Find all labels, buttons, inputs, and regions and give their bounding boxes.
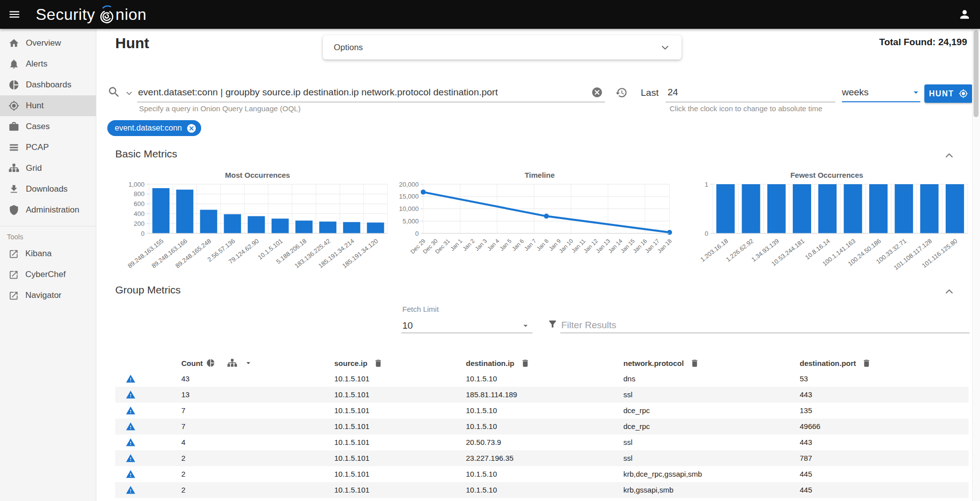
app-logo[interactable]: Security nion: [36, 4, 147, 24]
bar[interactable]: [367, 222, 384, 233]
sidebar-item-administration[interactable]: Administration: [0, 200, 96, 220]
cell-destination-ip[interactable]: 10.1.5.10: [466, 466, 497, 482]
cell-destination-ip[interactable]: 23.227.196.35: [466, 450, 514, 466]
vertical-scrollbar[interactable]: [972, 29, 980, 501]
time-units-select[interactable]: weeks: [842, 84, 921, 100]
data-point[interactable]: [421, 190, 426, 195]
remove-column-icon[interactable]: [374, 358, 383, 368]
data-point[interactable]: [667, 230, 672, 235]
alert-triangle-icon[interactable]: [126, 437, 136, 447]
cell-destination-port[interactable]: 53: [800, 371, 808, 387]
alert-triangle-icon[interactable]: [126, 374, 136, 384]
bar[interactable]: [296, 220, 313, 233]
bar[interactable]: [343, 222, 361, 233]
cell-source-ip[interactable]: 10.1.5.101: [334, 466, 370, 482]
remove-column-icon[interactable]: [862, 358, 871, 368]
cell-destination-port[interactable]: 135: [800, 403, 812, 419]
groupby-menu-caret-icon[interactable]: [244, 358, 253, 367]
cell-destination-ip[interactable]: 10.1.5.10: [466, 371, 497, 387]
sidebar-item-pcap[interactable]: PCAP: [0, 137, 96, 158]
table-row[interactable]: 210.1.5.10110.1.5.10krb,dce_rpc,gssapi,s…: [115, 466, 969, 482]
account-icon[interactable]: [958, 8, 971, 21]
cell-network-protocol[interactable]: dns: [623, 371, 635, 387]
sidebar-tool-cyberchef[interactable]: CyberChef: [0, 264, 96, 285]
chip-close-icon[interactable]: [186, 123, 197, 134]
cell-destination-port[interactable]: 49666: [800, 419, 821, 434]
cell-network-protocol[interactable]: dce_rpc: [623, 419, 650, 434]
bar[interactable]: [818, 184, 836, 233]
cell-network-protocol[interactable]: ssl: [623, 450, 632, 466]
cell-destination-port[interactable]: 445: [800, 482, 812, 498]
bar[interactable]: [920, 184, 939, 233]
cell-destination-port[interactable]: 445: [800, 466, 812, 482]
cell-source-ip[interactable]: 10.1.5.101: [334, 371, 370, 387]
remove-column-icon[interactable]: [690, 358, 699, 368]
cell-destination-ip[interactable]: 10.1.5.10: [466, 482, 497, 498]
cell-source-ip[interactable]: 10.1.5.101: [334, 419, 370, 434]
cell-count[interactable]: 7: [181, 403, 185, 419]
alert-triangle-icon[interactable]: [126, 453, 136, 463]
cell-network-protocol[interactable]: dce_rpc: [623, 403, 650, 419]
sidebar-item-alerts[interactable]: Alerts: [0, 54, 96, 74]
bar[interactable]: [716, 184, 735, 233]
cell-source-ip[interactable]: 10.1.5.101: [334, 434, 370, 450]
cell-count[interactable]: 43: [181, 371, 190, 387]
groupby-icon[interactable]: [227, 358, 237, 368]
cell-destination-ip[interactable]: 185.81.114.189: [466, 387, 517, 403]
table-row[interactable]: 710.1.5.10110.1.5.10dce_rpc49666: [115, 419, 969, 434]
cell-network-protocol[interactable]: krb,dce_rpc,gssapi,smb: [623, 466, 702, 482]
cell-network-protocol[interactable]: ssl: [623, 434, 632, 450]
sidebar-item-grid[interactable]: Grid: [0, 158, 96, 179]
scrollbar-thumb[interactable]: [974, 30, 979, 117]
chart-timeline[interactable]: Timeline05,00010,00015,00020,000Dec 29De…: [397, 171, 682, 277]
sidebar-item-downloads[interactable]: Downloads: [0, 179, 96, 200]
pie-chart-toggle-icon[interactable]: [206, 358, 215, 367]
cell-count[interactable]: 2: [181, 482, 185, 498]
sidebar-item-hunt[interactable]: Hunt: [0, 95, 96, 116]
basic-metrics-collapse-icon[interactable]: [943, 149, 955, 161]
group-metrics-collapse-icon[interactable]: [943, 286, 955, 297]
cell-destination-port[interactable]: 443: [800, 434, 812, 450]
remove-column-icon[interactable]: [521, 358, 530, 368]
table-row[interactable]: 1310.1.5.101185.81.114.189ssl443: [115, 387, 969, 403]
chevron-down-icon[interactable]: [660, 42, 671, 53]
sidebar-tool-kibana[interactable]: Kibana: [0, 243, 96, 264]
bar[interactable]: [767, 184, 786, 233]
query-input[interactable]: [138, 84, 588, 100]
bar[interactable]: [176, 190, 194, 233]
table-row[interactable]: 210.1.5.10123.227.196.35ssl787: [115, 450, 969, 466]
data-point[interactable]: [544, 214, 549, 218]
cell-count[interactable]: 13: [181, 387, 190, 403]
cell-count[interactable]: 7: [181, 419, 185, 434]
bar[interactable]: [224, 214, 241, 233]
bar[interactable]: [152, 188, 170, 233]
bar[interactable]: [319, 221, 337, 233]
filter-chip[interactable]: event.dataset:conn: [107, 120, 201, 136]
alert-triangle-icon[interactable]: [126, 390, 136, 400]
bar[interactable]: [742, 184, 760, 233]
table-row[interactable]: 710.1.5.10110.1.5.10dce_rpc135: [115, 403, 969, 419]
caret-down-icon[interactable]: [521, 321, 530, 331]
column-header-network-protocol[interactable]: network.protocol: [623, 355, 699, 371]
cell-count[interactable]: 4: [181, 434, 185, 450]
caret-down-icon[interactable]: [910, 87, 921, 98]
sidebar-tool-navigator[interactable]: Navigator: [0, 285, 96, 306]
column-header-destination-port[interactable]: destination.port: [800, 355, 871, 371]
filter-results-input[interactable]: [561, 318, 959, 333]
cell-source-ip[interactable]: 10.1.5.101: [334, 450, 370, 466]
column-header-source-ip[interactable]: source.ip: [334, 355, 383, 371]
bar[interactable]: [248, 216, 265, 233]
table-row[interactable]: 210.1.5.10110.1.5.10krb,gssapi,smb445: [115, 482, 969, 498]
alert-triangle-icon[interactable]: [126, 422, 136, 431]
column-header-destination-ip[interactable]: destination.ip: [466, 355, 530, 371]
bar[interactable]: [895, 184, 913, 233]
table-row[interactable]: 4310.1.5.10110.1.5.10dns53: [115, 371, 969, 387]
bar[interactable]: [946, 184, 964, 233]
relative-time-icon[interactable]: [615, 86, 627, 99]
cell-destination-ip[interactable]: 20.50.73.9: [466, 434, 501, 450]
column-header-count[interactable]: Count: [181, 355, 203, 371]
bar[interactable]: [869, 184, 888, 233]
search-icon[interactable]: [107, 85, 121, 99]
alert-triangle-icon[interactable]: [126, 406, 136, 416]
alert-triangle-icon[interactable]: [126, 469, 136, 479]
